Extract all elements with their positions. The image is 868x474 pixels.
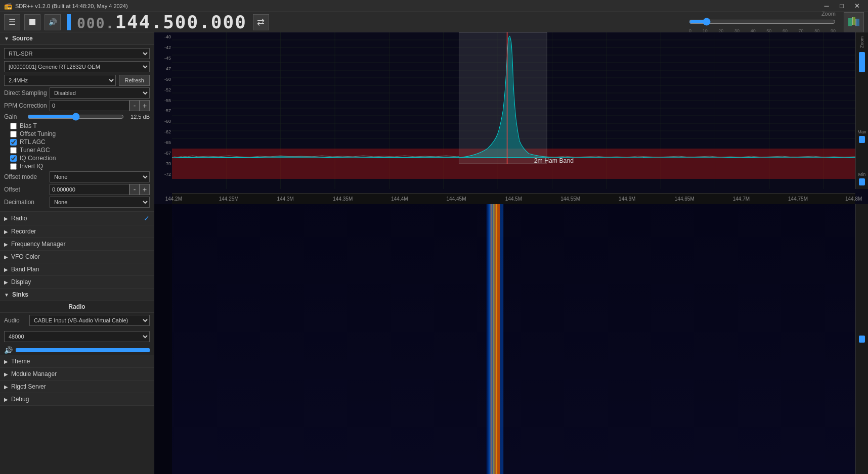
plugin-recorder-name: Recorder [11,228,150,235]
freq-tick-144.55M: 144.55M [560,196,580,202]
map-button[interactable] [844,12,864,32]
plugin-recorder-arrow: ▶ [4,229,8,234]
zoom-control: Zoom 0 10 20 30 40 50 60 70 80 90 [689,11,836,33]
freq-small-part: 000. [77,15,115,32]
device-select[interactable]: RTL-SDR [4,48,150,59]
spectrum-right-panel: Zoom Max Min [855,32,868,189]
offset-tuning-checkbox[interactable] [10,131,17,137]
plugin-debug[interactable]: ▶ Debug [0,393,154,406]
y-label-50: -50 [155,77,171,82]
refresh-button[interactable]: Refresh [119,75,150,86]
freq-tick-144.25M: 144.25M [219,196,239,202]
y-label-42: -42 [155,45,171,50]
svg-rect-43 [500,204,503,474]
plugin-radio-name: Radio [11,215,144,222]
main-layout: ▼ Source RTL-SDR [00000001] Generic RTL2… [0,32,868,474]
app-icon: 📻 [4,2,12,10]
sample-rate-row: 48000 [0,329,154,344]
plugin-band-plan-name: Band Plan [11,266,150,273]
decimation-label: Decimation [4,199,50,206]
maximize-button[interactable]: □ [835,1,849,12]
device-detail-select[interactable]: [00000001] Generic RTL2832U OEM [4,61,150,72]
zoom-scroll-thumb[interactable] [859,52,865,72]
right-panel: 2m Ham Band -40 -42 -45 -47 -50 -52 -55 … [154,32,868,474]
waterfall-scroll-thumb[interactable] [859,336,865,343]
plugin-theme-name: Theme [11,358,150,365]
plugin-freq-manager-name: Frequency Manager [11,241,150,248]
tuner-agc-row: Tuner AGC [4,147,150,154]
offset-input[interactable] [50,184,129,195]
freq-display: 000.144.500.000 [77,12,247,32]
left-panel: ▼ Source RTL-SDR [00000001] Generic RTL2… [0,32,154,474]
iq-correction-checkbox[interactable] [10,155,17,162]
plugin-freq-manager[interactable]: ▶ Frequency Manager [0,238,154,251]
svg-rect-41 [496,204,497,474]
svg-text:2m Ham Band: 2m Ham Band [534,157,574,164]
invert-iq-checkbox[interactable] [10,163,17,170]
plugin-rigctl[interactable]: ▶ Rigctl Server [0,381,154,393]
plugin-freq-manager-arrow: ▶ [4,242,8,247]
y-label-70: -70 [155,161,171,166]
zoom-slider-container[interactable] [689,18,836,27]
plugin-module-manager[interactable]: ▶ Module Manager [0,368,154,381]
invert-iq-row: Invert IQ [4,163,150,170]
max-scroll-thumb[interactable] [859,136,865,143]
stop-icon [28,18,36,26]
audio-select[interactable]: CABLE Input (VB-Audio Virtual Cable) [29,315,150,326]
audio-button[interactable]: 🔊 [45,14,61,30]
title-bar-controls: ─ □ ✕ [819,1,864,12]
bias-t-checkbox[interactable] [10,123,17,129]
y-label-52: -52 [155,87,171,92]
stop-button[interactable] [24,14,40,30]
rtl-agc-checkbox[interactable] [10,139,17,146]
title-bar-left: 📻 SDR++ v1.2.0 (Built at 14:48:20, May 4… [4,2,128,10]
svg-rect-0 [29,19,35,25]
plugin-vfo-color-arrow: ▶ [4,254,8,260]
plugin-theme-arrow: ▶ [4,359,8,364]
freq-tick-144.8M: 144.8M [845,196,862,202]
sample-rate-select[interactable]: 48000 [4,331,150,342]
source-label: Source [12,35,33,42]
plugin-display[interactable]: ▶ Display [0,276,154,289]
ppm-input[interactable] [50,100,129,111]
close-button[interactable]: ✕ [850,1,864,12]
ppm-plus-button[interactable]: + [140,100,150,111]
gain-slider[interactable] [27,113,124,121]
ppm-minus-button[interactable]: - [129,100,140,111]
bandwidth-select[interactable]: 2.4MHz [4,75,116,86]
offset-mode-select[interactable]: None [50,171,150,182]
zoom-vert-label: Zoom [859,36,864,48]
decimation-select[interactable]: None [50,197,150,208]
min-label: Min [858,172,866,177]
swap-button[interactable]: ⇄ [253,14,269,30]
y-axis: -40 -42 -45 -47 -50 -52 -55 -57 -60 -62 … [154,32,172,179]
menu-button[interactable]: ☰ [4,14,20,30]
tuner-agc-checkbox[interactable] [10,147,17,154]
plugin-vfo-color[interactable]: ▶ VFO Color [0,251,154,263]
y-label-45: -45 [155,56,171,61]
sinks-section-header[interactable]: ▼ Sinks [0,289,154,301]
plugin-recorder[interactable]: ▶ Recorder [0,225,154,238]
plugin-radio[interactable]: ▶ Radio ✓ [0,212,154,225]
audio-label: Audio [4,317,29,324]
plugin-band-plan[interactable]: ▶ Band Plan [0,263,154,276]
offset-plus-button[interactable]: + [140,184,150,195]
minimize-button[interactable]: ─ [819,1,834,12]
zoom-slider[interactable] [689,18,836,26]
offset-minus-button[interactable]: - [129,184,140,195]
y-label-47: -47 [155,66,171,71]
y-label-57: -57 [155,108,171,113]
rtl-agc-label: RTL AGC [20,138,46,146]
tuner-agc-label: Tuner AGC [20,147,50,154]
offset-mode-row: Offset mode None [4,171,150,182]
min-scroll-thumb[interactable] [859,178,865,185]
volume-bar[interactable] [16,348,150,352]
source-section-header[interactable]: ▼ Source [0,32,154,45]
spectrum-area[interactable]: 2m Ham Band -40 -42 -45 -47 -50 -52 -55 … [154,32,868,204]
direct-sampling-select[interactable]: Disabled [50,87,150,99]
plugin-theme[interactable]: ▶ Theme [0,355,154,368]
waterfall-area[interactable] [154,204,868,474]
offset-row: Offset - + [4,184,150,195]
freq-tick-144.5M: 144.5M [505,196,522,202]
invert-iq-label: Invert IQ [20,163,43,170]
